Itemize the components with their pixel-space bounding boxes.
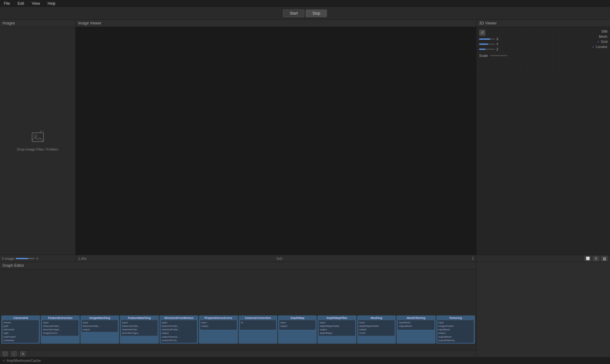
toolbar: Start Stop xyxy=(0,7,610,20)
graph-content[interactable]: CameraInitviewIdpathintrinsicIdrigIdsubP… xyxy=(0,269,476,350)
node-row: imagesFolder xyxy=(438,324,473,328)
mesh-option-row: Mesh xyxy=(592,35,607,38)
fit-button[interactable]: ↔ xyxy=(11,351,17,356)
node-row: depthMapsFolder xyxy=(320,324,354,328)
node-row: output xyxy=(438,331,473,335)
node-row: output xyxy=(162,331,196,335)
scale-slider[interactable] xyxy=(490,55,507,56)
node-title: DepthMap xyxy=(279,316,315,320)
node-row: featuresFolde... xyxy=(162,324,196,328)
node-body: ini xyxy=(240,320,276,330)
node-title: FeatureExtraction xyxy=(42,316,78,320)
graph-node[interactable]: ImageMatchinginputfeaturesFolde...output xyxy=(80,315,119,344)
node-body: inputfeaturesFolde...describerType...ima… xyxy=(42,320,78,336)
node-body: viewIdpathintrinsicIdrigIdsubPoseIdmetad… xyxy=(3,320,39,343)
node-body: inputMeshoutputMesh xyxy=(398,320,434,330)
images-panel: Images Drop Image Files / Folders 0 imag… xyxy=(0,20,76,262)
node-title: Meshing xyxy=(358,316,395,320)
node-row: outputMesh xyxy=(399,324,433,328)
start-button[interactable]: Start xyxy=(283,10,304,17)
viewer3d-panel: 3D Viewer xyxy=(477,20,610,262)
viewer3d-content[interactable]: ↺ X Y xyxy=(477,27,610,255)
locator-check[interactable]: ✓ xyxy=(592,45,594,49)
y-axis-row: Y xyxy=(479,42,507,46)
menu-file[interactable]: File xyxy=(3,1,11,6)
graph-node[interactable]: DepthMapinputoutput xyxy=(278,315,317,344)
graph-node[interactable]: FeatureExtractioninputfeaturesFolde...de… xyxy=(41,315,79,344)
graph-editor-title: Graph Editor xyxy=(0,262,476,269)
node-row: intrinsicId xyxy=(3,328,38,331)
viewer3d-controls: ↺ X Y xyxy=(479,30,507,57)
bottom-statusbar: ✓ /tmp/MeshroomCache xyxy=(0,357,610,364)
graph-node[interactable]: CameraInitviewIdpathintrinsicIdrigIdsubP… xyxy=(1,315,40,344)
cache-path: ✓ /tmp/MeshroomCache xyxy=(3,359,41,363)
view-hatch-button[interactable]: ▦ xyxy=(601,256,607,261)
settings-button[interactable]: ⚙ xyxy=(20,351,25,356)
stop-button[interactable]: Stop xyxy=(306,10,327,17)
view-box-button[interactable]: ⬜ xyxy=(585,256,591,261)
graph-node[interactable]: CameraConnectionini xyxy=(239,315,277,344)
node-row: depthMapsFolder xyxy=(359,324,394,328)
fullscreen-button[interactable]: ⛶ xyxy=(3,351,8,356)
graph-node[interactable]: DepthMapFilterinputdepthMapsFolderoutput… xyxy=(317,315,356,344)
node-title: DepthMapFilter xyxy=(319,316,355,320)
menubar: File Edit View Help xyxy=(0,0,610,7)
drop-text: Drop Image Files / Folders xyxy=(17,147,58,151)
graph-node[interactable]: TexturinginputimagesFolderinputMeshoutpu… xyxy=(436,315,475,344)
node-body: inputimagesFolderinputMeshoutputoutputMe… xyxy=(437,320,474,343)
node-body: inputoutput xyxy=(279,320,315,330)
images-panel-title: Images xyxy=(0,20,75,27)
node-row: outputMesh xyxy=(438,335,473,339)
locator-option-row: ✓ Locator xyxy=(592,45,607,49)
image-viewer-statusbar: 1.00x 0x0 ℹ xyxy=(76,255,476,262)
view-grid-button[interactable]: ⊞ xyxy=(593,256,599,261)
rotate-button[interactable]: ↺ xyxy=(479,30,485,36)
node-row: metadata xyxy=(3,339,38,342)
image-viewer-title: Image Viewer xyxy=(76,20,476,27)
images-statusbar: 0 image ⊕ xyxy=(0,255,75,262)
image-viewer-content[interactable] xyxy=(76,27,476,255)
drop-image-icon xyxy=(31,131,44,145)
x-axis-label: X xyxy=(496,37,499,41)
main: Images Drop Image Files / Folders 0 imag… xyxy=(0,20,610,357)
graph-node[interactable]: StructureFromMotioninputfeaturesFolde...… xyxy=(159,315,198,344)
image-zoom-slider[interactable] xyxy=(16,258,35,259)
y-axis-label: Y xyxy=(496,42,499,46)
node-title: PrepareDenseScene xyxy=(200,316,236,320)
node-row: viewId xyxy=(3,321,38,324)
node-title: CameraConnection xyxy=(240,316,276,320)
x-axis-slider[interactable] xyxy=(479,38,495,40)
graph-node[interactable]: MeshFilteringinputMeshoutputMesh xyxy=(396,315,435,344)
grid-label: Grid xyxy=(601,40,607,44)
menu-edit[interactable]: Edit xyxy=(16,1,25,6)
node-row: extraInfoFold... xyxy=(162,339,196,342)
node-row: input xyxy=(122,321,156,324)
node-body: inputfeaturesFolde...matchesFold...descr… xyxy=(121,320,157,336)
graph-node[interactable]: FeatureMatchinginputfeaturesFolde...matc… xyxy=(120,315,159,344)
graph-node[interactable]: MeshinginputdepthMapsFolderoutputmesh xyxy=(357,315,396,344)
node-title: FeatureMatching xyxy=(121,316,157,320)
y-axis-slider[interactable] xyxy=(479,44,495,45)
svg-point-1 xyxy=(34,135,37,137)
node-row: ini xyxy=(241,321,275,324)
locator-label: Locator xyxy=(596,45,607,49)
image-dimensions: 0x0 xyxy=(277,257,282,260)
images-drop-area[interactable]: Drop Image Files / Folders xyxy=(0,27,75,255)
graph-node[interactable]: PrepareDenseSceneinputoutput xyxy=(199,315,238,344)
node-row: describerType... xyxy=(43,328,77,331)
grid-check[interactable]: ✓ xyxy=(597,40,600,44)
node-body: inputdepthMapsFolderoutputdepthMaps xyxy=(319,320,355,336)
node-row: input xyxy=(43,321,77,324)
node-row: subPoseId xyxy=(3,335,38,339)
z-axis-slider[interactable] xyxy=(479,49,495,50)
menu-help[interactable]: Help xyxy=(46,1,57,6)
node-row: featuresFolde... xyxy=(122,324,156,328)
graph-statusbar: ⛶ ↔ ⚙ xyxy=(0,350,476,357)
graph-nodes-container: CameraInitviewIdpathintrinsicIdrigIdsubP… xyxy=(0,315,476,344)
node-row: describerType... xyxy=(122,331,156,335)
sfm-label: SfM xyxy=(601,30,607,33)
info-icon[interactable]: ℹ xyxy=(472,256,474,261)
node-title: ImageMatching xyxy=(82,316,118,320)
menu-view[interactable]: View xyxy=(30,1,41,6)
upper-panels: Images Drop Image Files / Folders 0 imag… xyxy=(0,20,610,262)
